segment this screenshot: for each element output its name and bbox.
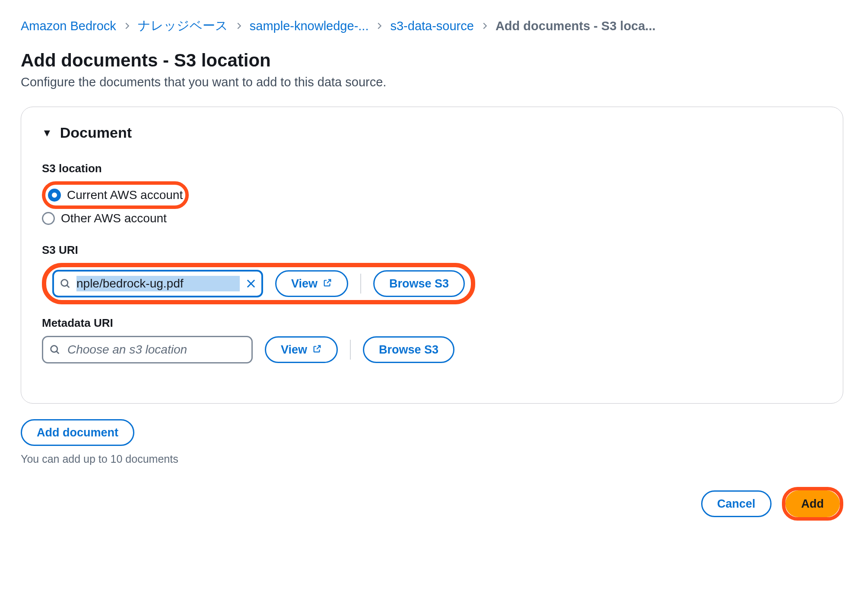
panel-title: Document [60, 124, 132, 141]
browse-s3-uri-button[interactable]: Browse S3 [373, 270, 465, 297]
search-icon [59, 278, 71, 290]
radio-label: Current AWS account [67, 188, 183, 202]
add-document-button[interactable]: Add document [21, 419, 134, 446]
breadcrumb-item-knowledge-base[interactable]: ナレッジベース [138, 17, 228, 35]
metadata-uri-input[interactable] [42, 336, 253, 363]
button-label: Browse S3 [379, 343, 438, 357]
panel-toggle[interactable]: ▼ Document [42, 124, 822, 141]
radio-icon [48, 189, 61, 202]
chevron-right-icon [234, 21, 244, 31]
view-metadata-uri-button[interactable]: View [265, 336, 338, 363]
add-document-hint: You can add up to 10 documents [21, 453, 843, 465]
search-icon [49, 344, 61, 356]
divider [350, 340, 351, 360]
s3-uri-input[interactable] [52, 270, 263, 297]
chevron-right-icon [480, 21, 489, 31]
external-link-icon [312, 343, 322, 357]
svg-point-0 [61, 280, 68, 286]
svg-point-4 [51, 346, 57, 352]
external-link-icon [323, 277, 332, 291]
breadcrumb-item-bedrock[interactable]: Amazon Bedrock [21, 19, 116, 33]
breadcrumb: Amazon Bedrock ナレッジベース sample-knowledge-… [21, 17, 843, 35]
view-s3-uri-button[interactable]: View [275, 270, 348, 297]
clear-icon[interactable] [245, 278, 257, 290]
chevron-right-icon [122, 21, 132, 31]
divider [360, 274, 361, 294]
button-label: View [291, 277, 318, 291]
chevron-right-icon [375, 21, 384, 31]
s3-location-label: S3 location [42, 162, 822, 175]
button-label: Add document [37, 426, 118, 439]
breadcrumb-item-data-source[interactable]: s3-data-source [390, 19, 473, 33]
radio-other-account[interactable]: Other AWS account [42, 209, 822, 228]
metadata-uri-input-wrap [42, 336, 253, 363]
svg-line-1 [67, 285, 70, 288]
radio-label: Other AWS account [61, 212, 167, 225]
page-subtitle: Configure the documents that you want to… [21, 75, 843, 89]
button-label: View [281, 343, 307, 357]
page-title: Add documents - S3 location [21, 50, 843, 71]
cancel-button[interactable]: Cancel [701, 490, 772, 517]
s3-uri-input-wrap: nple/bedrock-ug.pdf [52, 270, 263, 297]
s3-uri-label: S3 URI [42, 243, 822, 257]
button-label: Cancel [717, 497, 756, 511]
add-button[interactable]: Add [785, 490, 840, 517]
radio-current-account[interactable]: Current AWS account [48, 186, 183, 205]
breadcrumb-item-sample-knowledge[interactable]: sample-knowledge-... [250, 19, 369, 33]
caret-down-icon: ▼ [42, 127, 52, 139]
metadata-uri-label: Metadata URI [42, 316, 822, 330]
button-label: Add [801, 497, 824, 511]
browse-metadata-uri-button[interactable]: Browse S3 [363, 336, 454, 363]
breadcrumb-item-current: Add documents - S3 loca... [496, 19, 656, 33]
svg-line-5 [57, 351, 59, 354]
document-panel: ▼ Document S3 location Current AWS accou… [21, 107, 843, 404]
footer-actions: Cancel Add [21, 487, 843, 521]
button-label: Browse S3 [389, 277, 449, 291]
radio-icon [42, 212, 55, 225]
